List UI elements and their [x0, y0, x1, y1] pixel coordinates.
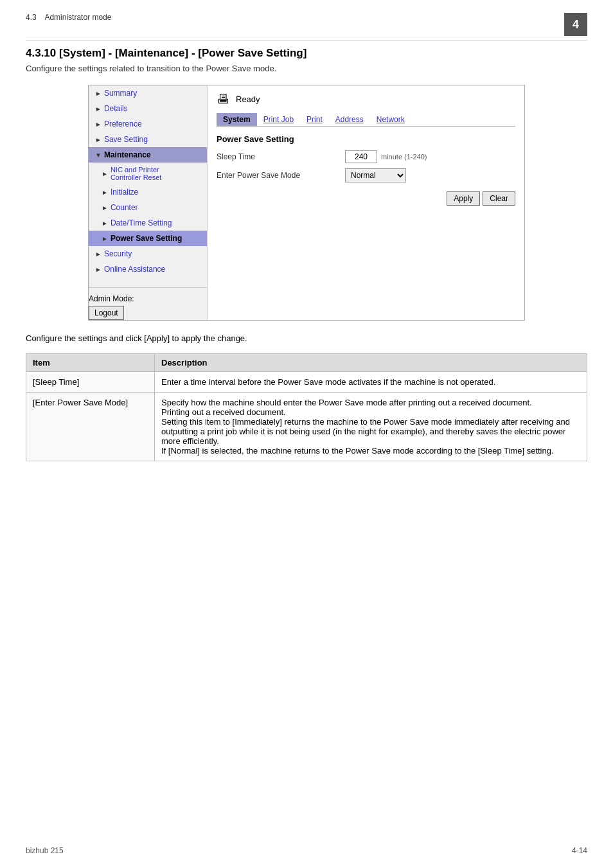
arrow-icon: ►: [102, 235, 108, 242]
button-row: Apply Clear: [217, 191, 515, 206]
sidebar-item-save-setting[interactable]: ► Save Setting: [89, 132, 207, 147]
content-title: Power Save Setting: [217, 134, 515, 144]
footer-page: 4-14: [572, 846, 587, 855]
enter-power-save-select[interactable]: Normal Immediately: [345, 168, 406, 182]
admin-mode-label: Admin Mode:: [89, 294, 207, 303]
ui-topbar: 🖶 Ready: [217, 92, 515, 107]
arrow-icon: ►: [95, 121, 102, 128]
page-header: 4.3 Administrator mode 4: [26, 13, 587, 40]
below-mockup-text: Configure the settings and click [Apply]…: [26, 333, 587, 343]
description-table: Item Description [Sleep Time] Enter a ti…: [26, 353, 587, 461]
sidebar-item-counter[interactable]: ► Counter: [89, 200, 207, 215]
apply-button[interactable]: Apply: [447, 191, 480, 206]
arrow-icon: ►: [102, 189, 108, 196]
sleep-time-hint: minute (1-240): [381, 153, 427, 161]
page-badge: 4: [564, 13, 587, 36]
sleep-time-row: Sleep Time minute (1-240): [217, 150, 515, 163]
sidebar-item-nic-printer[interactable]: ► NIC and PrinterController Reset: [89, 163, 207, 184]
sidebar-item-datetime[interactable]: ► Date/Time Setting: [89, 215, 207, 231]
nav-tabs: System Print Job Print Address Network: [217, 113, 515, 127]
section-label: 4.3 Administrator mode: [26, 13, 111, 22]
sidebar-item-online-assistance[interactable]: ► Online Assistance: [89, 261, 207, 277]
table-header-item: Item: [26, 354, 155, 372]
arrow-icon: ►: [95, 251, 102, 258]
logout-button[interactable]: Logout: [89, 306, 124, 320]
footer-product: bizhub 215: [26, 846, 64, 855]
sidebar-item-details[interactable]: ► Details: [89, 101, 207, 116]
sidebar-item-preference[interactable]: ► Preference: [89, 116, 207, 132]
arrow-icon: ►: [95, 266, 102, 273]
page-footer: bizhub 215 4-14: [26, 846, 587, 855]
table-cell-description: Enter a time interval before the Power S…: [155, 372, 587, 393]
arrow-icon: ►: [102, 170, 108, 177]
enter-power-save-value-group: Normal Immediately: [345, 168, 406, 182]
sidebar-item-security[interactable]: ► Security: [89, 246, 207, 261]
ui-main-content: 🖶 Ready System Print Job Print Address N…: [208, 85, 524, 320]
enter-power-save-row: Enter Power Save Mode Normal Immediately: [217, 168, 515, 182]
ui-mockup: ► Summary ► Details ► Preference ► Save …: [88, 85, 525, 321]
section-title: 4.3.10 [System] - [Maintenance] - [Power…: [26, 47, 587, 60]
tab-system[interactable]: System: [217, 113, 257, 126]
arrow-icon: ►: [95, 90, 102, 97]
table-row: [Sleep Time] Enter a time interval befor…: [26, 372, 587, 393]
sleep-time-label: Sleep Time: [217, 152, 345, 161]
table-cell-item: [Enter Power Save Mode]: [26, 393, 155, 461]
arrow-icon: ►: [95, 136, 102, 143]
sidebar-item-initialize[interactable]: ► Initialize: [89, 184, 207, 200]
tab-print-job[interactable]: Print Job: [257, 113, 300, 126]
sidebar-item-summary[interactable]: ► Summary: [89, 85, 207, 101]
arrow-icon: ▼: [95, 152, 102, 159]
printer-status: Ready: [236, 94, 260, 104]
sidebar-item-maintenance[interactable]: ▼ Maintenance: [89, 147, 207, 163]
table-cell-item: [Sleep Time]: [26, 372, 155, 393]
table-row: [Enter Power Save Mode] Specify how the …: [26, 393, 587, 461]
section-num: 4.3: [26, 13, 37, 22]
arrow-icon: ►: [102, 220, 108, 227]
table-cell-description: Specify how the machine should enter the…: [155, 393, 587, 461]
arrow-icon: ►: [102, 204, 108, 211]
sleep-time-input[interactable]: [345, 150, 377, 163]
ui-sidebar: ► Summary ► Details ► Preference ► Save …: [89, 85, 208, 320]
enter-power-save-label: Enter Power Save Mode: [217, 171, 345, 180]
section-intro: Configure the settings related to transi…: [26, 64, 587, 73]
sleep-time-value-group: minute (1-240): [345, 150, 427, 163]
tab-network[interactable]: Network: [370, 113, 411, 126]
tab-print[interactable]: Print: [300, 113, 329, 126]
clear-button[interactable]: Clear: [483, 191, 515, 206]
section-text: Administrator mode: [44, 13, 111, 22]
arrow-icon: ►: [95, 105, 102, 112]
printer-icon: 🖶: [217, 92, 229, 107]
tab-address[interactable]: Address: [329, 113, 370, 126]
sidebar-item-powersave[interactable]: ► Power Save Setting: [89, 231, 207, 246]
table-header-description: Description: [155, 354, 587, 372]
admin-section: Admin Mode: Logout: [89, 287, 207, 320]
